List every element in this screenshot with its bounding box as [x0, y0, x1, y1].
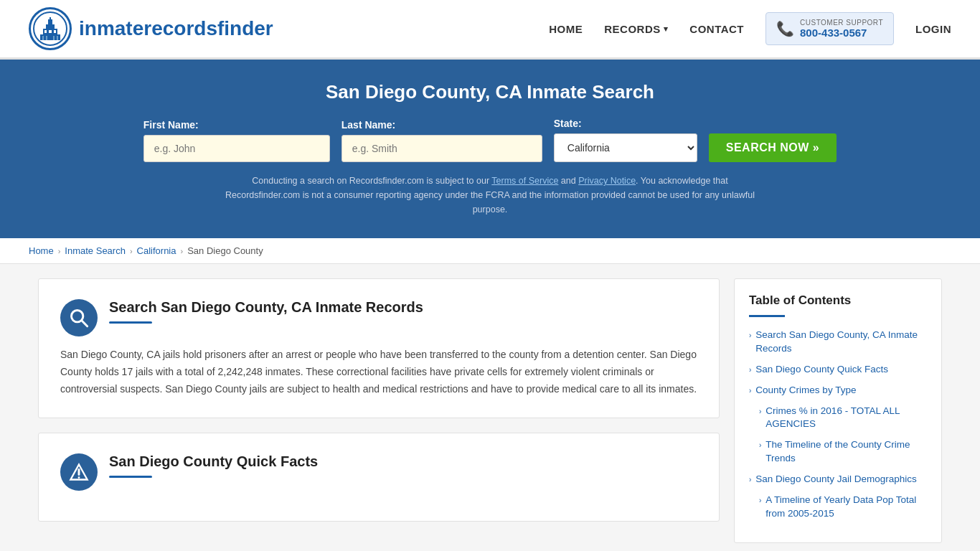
- hero-title: San Diego County, CA Inmate Search: [29, 81, 951, 103]
- toc-item-jail-demographics[interactable]: › San Diego County Jail Demographics: [749, 473, 927, 486]
- table-of-contents-card: Table of Contents › Search San Diego Cou…: [734, 278, 942, 543]
- toc-item-crimes-2016[interactable]: › Crimes % in 2016 - TOTAL ALL AGENCIES: [759, 405, 927, 432]
- state-label: State:: [554, 118, 582, 129]
- nav-home[interactable]: HOME: [549, 23, 583, 35]
- breadcrumb-sep-1: ›: [58, 247, 61, 255]
- main-container: Search San Diego County, CA Inmate Recor…: [24, 278, 956, 543]
- header: inmaterecordsfinder HOME RECORDS ▾ CONTA…: [0, 0, 980, 60]
- toc-item-quick-facts[interactable]: › San Diego County Quick Facts: [749, 363, 927, 377]
- chevron-right-icon-5: ›: [759, 441, 761, 451]
- inmate-records-card: Search San Diego County, CA Inmate Recor…: [38, 278, 720, 418]
- toc-item-county-crimes[interactable]: › County Crimes by Type: [749, 384, 927, 397]
- chevron-right-icon-2: ›: [749, 365, 751, 375]
- chevron-right-icon-7: ›: [759, 496, 761, 506]
- nav-contact[interactable]: CONTACT: [689, 23, 744, 35]
- svg-line-14: [82, 321, 88, 326]
- search-now-button[interactable]: SEARCH NOW »: [709, 133, 837, 162]
- quick-facts-header: San Diego County Quick Facts: [60, 453, 697, 491]
- title-underline-2: [109, 476, 152, 478]
- phone-icon: 📞: [776, 20, 794, 37]
- privacy-notice-link[interactable]: Privacy Notice: [578, 176, 636, 186]
- toc-item-timeline-crime[interactable]: › The Timeline of the County Crime Trend…: [759, 438, 927, 466]
- toc-underline: [749, 315, 785, 317]
- nav-records[interactable]: RECORDS ▾: [604, 23, 668, 35]
- last-name-field: Last Name:: [341, 119, 542, 162]
- breadcrumb-sep-2: ›: [130, 247, 133, 255]
- customer-support-button[interactable]: 📞 CUSTOMER SUPPORT 800-433-0567: [765, 12, 894, 45]
- warning-icon-circle: [60, 453, 98, 491]
- logo-area: inmaterecordsfinder: [29, 7, 273, 50]
- customer-support-number: 800-433-0567: [800, 27, 883, 39]
- breadcrumb-sep-3: ›: [181, 247, 184, 255]
- svg-rect-11: [53, 36, 55, 40]
- svg-rect-9: [42, 36, 44, 40]
- breadcrumb: Home › Inmate Search › California › San …: [0, 238, 980, 264]
- breadcrumb-california[interactable]: California: [137, 245, 176, 256]
- first-name-label: First Name:: [143, 119, 199, 131]
- login-button[interactable]: LOGIN: [915, 23, 951, 35]
- svg-rect-4: [48, 19, 52, 25]
- terms-of-service-link[interactable]: Terms of Service: [491, 176, 558, 186]
- svg-rect-3: [46, 24, 55, 29]
- warning-icon: [69, 462, 89, 482]
- chevron-right-icon-6: ›: [749, 475, 751, 485]
- chevron-right-icon-3: ›: [749, 386, 751, 396]
- hero-disclaimer: Conducting a search on Recordsfinder.com…: [225, 174, 755, 217]
- svg-rect-5: [50, 17, 51, 20]
- search-icon-circle: [60, 299, 98, 336]
- search-form: First Name: Last Name: State: AlabamaAla…: [29, 118, 951, 162]
- breadcrumb-home[interactable]: Home: [29, 245, 54, 256]
- toc-title: Table of Contents: [749, 293, 927, 308]
- title-underline: [109, 321, 152, 324]
- svg-point-17: [78, 477, 80, 479]
- chevron-right-icon: ›: [749, 331, 751, 341]
- svg-rect-12: [57, 36, 58, 40]
- logo-icon: [29, 7, 72, 50]
- sidebar: Table of Contents › Search San Diego Cou…: [734, 278, 942, 543]
- search-icon: [69, 308, 89, 328]
- first-name-field: First Name:: [143, 119, 330, 162]
- last-name-input[interactable]: [341, 135, 542, 162]
- quick-facts-card: San Diego County Quick Facts: [38, 433, 720, 522]
- svg-rect-7: [49, 30, 52, 33]
- logo-text: inmaterecordsfinder: [79, 17, 273, 40]
- chevron-right-icon-4: ›: [759, 407, 761, 417]
- svg-rect-8: [54, 30, 56, 33]
- hero-section: San Diego County, CA Inmate Search First…: [0, 60, 980, 238]
- svg-rect-10: [46, 36, 47, 40]
- state-field: State: AlabamaAlaskaArizonaArkansasCalif…: [554, 118, 697, 162]
- breadcrumb-current: San Diego County: [187, 245, 263, 256]
- first-name-input[interactable]: [143, 135, 330, 162]
- last-name-label: Last Name:: [341, 119, 395, 131]
- toc-item-inmate-records[interactable]: › Search San Diego County, CA Inmate Rec…: [749, 329, 927, 356]
- customer-support-label: CUSTOMER SUPPORT: [800, 19, 883, 27]
- content-area: Search San Diego County, CA Inmate Recor…: [38, 278, 720, 543]
- svg-rect-6: [44, 30, 47, 33]
- inmate-records-body: San Diego County, CA jails hold prisoner…: [60, 347, 697, 397]
- state-select[interactable]: AlabamaAlaskaArizonaArkansasCaliforniaCo…: [554, 133, 697, 162]
- inmate-records-header: Search San Diego County, CA Inmate Recor…: [60, 299, 697, 336]
- quick-facts-title: San Diego County Quick Facts: [109, 453, 697, 470]
- inmate-records-title: Search San Diego County, CA Inmate Recor…: [109, 299, 697, 316]
- main-nav: HOME RECORDS ▾ CONTACT 📞 CUSTOMER SUPPOR…: [549, 12, 951, 45]
- breadcrumb-inmate-search[interactable]: Inmate Search: [65, 245, 126, 256]
- toc-item-yearly-data[interactable]: › A Timeline of Yearly Data Pop Total fr…: [759, 494, 927, 521]
- chevron-down-icon: ▾: [664, 24, 669, 34]
